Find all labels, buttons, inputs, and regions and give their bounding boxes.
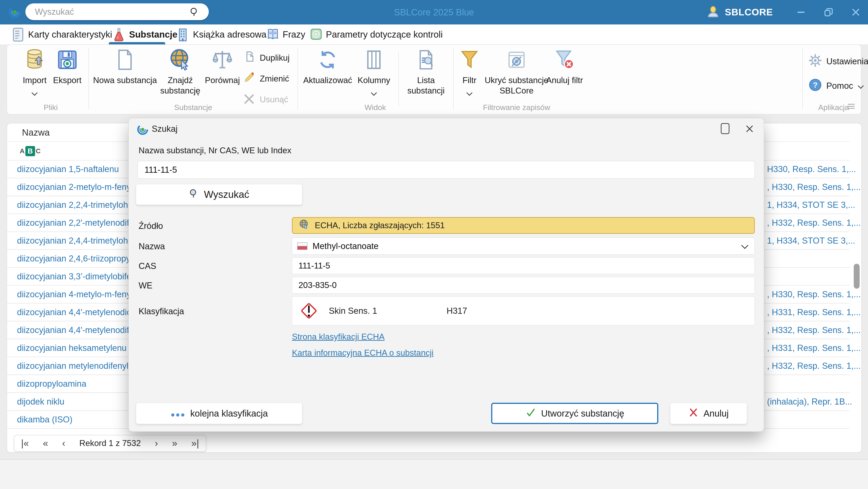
last-record-button[interactable]: »| xyxy=(191,438,199,448)
tab-ksiazka-adresowa[interactable]: Książka adresowa xyxy=(177,25,267,44)
search-icon xyxy=(189,188,199,201)
search-icon[interactable] xyxy=(189,7,199,18)
chevron-down-icon xyxy=(31,88,38,98)
anuluj-button[interactable]: Anuluj xyxy=(670,403,747,424)
substance-classification-tail: 1, H334, STOT SE 3,... xyxy=(767,236,855,246)
zrodlo-value: ECHA, Liczba zgłaszających: 1551 xyxy=(315,221,445,230)
account-name[interactable]: SBLCORE xyxy=(725,7,773,18)
gear-icon xyxy=(809,54,822,69)
aktualizowac-button[interactable]: Aktualizować xyxy=(303,48,352,86)
global-search-box[interactable] xyxy=(25,3,209,20)
substance-classification-tail: , H332, Resp. Sens. 1,... xyxy=(767,218,861,228)
substance-name: dijodek niklu xyxy=(17,397,64,406)
substance-classification-tail: , H330, Resp. Sens. 1,... xyxy=(767,290,861,299)
pomoc-button[interactable]: ? Pomoc xyxy=(809,78,864,94)
substance-name: diizocyjanian 2,2,4-trimetyloheks xyxy=(17,200,141,210)
cas-value: 111-11-5 xyxy=(299,261,330,270)
control-target-icon xyxy=(310,28,322,41)
close-button[interactable] xyxy=(844,0,867,25)
anuluj-label: Anuluj xyxy=(703,409,728,419)
vertical-scrollbar[interactable] xyxy=(853,144,860,447)
import-label: Import xyxy=(23,75,46,86)
kolumny-label: Kolumny xyxy=(358,75,390,86)
tab-frazy[interactable]: Frazy xyxy=(267,25,305,44)
ribbon: Import Eksport Pliki Nowa substancja Zna… xyxy=(6,44,862,115)
substance-name: diizocyjanian 2-metylo-m-fenyle xyxy=(17,182,137,192)
ustawienia-label: Ustawienia xyxy=(826,57,868,66)
first-record-button[interactable]: |« xyxy=(21,438,29,448)
lista-substancji-button[interactable]: Lista substancji xyxy=(400,48,452,96)
substance-name: diizocyjanian 3,3’-dimetylobifeny xyxy=(17,272,141,282)
scrollbar-thumb[interactable] xyxy=(854,264,860,289)
duplikuj-button[interactable]: Duplikuj xyxy=(243,50,290,65)
ribbon-separator xyxy=(89,47,89,109)
check-icon xyxy=(525,407,536,420)
kolejna-klasyfikacja-button[interactable]: kolejna klasyfikacja xyxy=(136,403,302,424)
nazwa-select[interactable]: Methyl-octanoate xyxy=(292,237,755,255)
tab-label: Substancje xyxy=(129,29,177,40)
klasyfikacja-label: Klasyfikacja xyxy=(138,306,184,316)
aktualizowac-label: Aktualizować xyxy=(303,75,352,86)
hide-eye-icon xyxy=(506,48,527,71)
prev-record-button[interactable]: ‹ xyxy=(62,438,65,448)
group-label-pliki: Pliki xyxy=(44,103,58,112)
nazwa-value: Methyl-octanoate xyxy=(312,241,379,251)
substance-classification-tail: , H332, Resp. Sens. 1,... xyxy=(767,325,861,335)
global-search-input[interactable] xyxy=(34,5,180,18)
substance-name: diizocyjanian metylenodifenylu xyxy=(17,361,133,371)
search-value-input[interactable] xyxy=(144,163,745,176)
more-dots-icon xyxy=(170,409,185,419)
ribbon-tabbar: Karty charakterystyki Substancje Książka… xyxy=(0,25,868,44)
szukaj-dialog: Szukaj Nazwa substancji, Nr CAS, WE lub … xyxy=(128,118,764,432)
ustawienia-button[interactable]: Ustawienia xyxy=(809,54,868,69)
ribbon-separator xyxy=(453,47,454,109)
ghs07-exclamation-pictogram xyxy=(298,300,320,322)
restore-button[interactable] xyxy=(817,0,840,25)
zmienic-button[interactable]: Zmienić xyxy=(243,71,289,86)
eksport-button[interactable]: Eksport xyxy=(53,48,81,86)
next-record-button[interactable]: › xyxy=(155,438,158,448)
ribbon-separator xyxy=(298,47,298,109)
columns-icon xyxy=(365,48,382,71)
substance-classification-tail: (inhalacja), Repr. 1B... xyxy=(767,397,852,406)
chevron-down-icon xyxy=(371,88,377,98)
nowa-substancja-button[interactable]: Nowa substancja xyxy=(93,48,157,86)
echa-classification-link[interactable]: Strona klasyfikacji ECHA xyxy=(292,332,384,341)
cas-field[interactable]: 111-11-5 xyxy=(292,257,755,274)
dialog-maximize-button[interactable] xyxy=(721,123,730,134)
porownaj-button[interactable]: Porównaj xyxy=(205,48,240,86)
filter-funnel-icon xyxy=(460,48,479,71)
poland-flag-icon xyxy=(297,242,308,250)
import-button[interactable]: Import xyxy=(23,48,46,98)
user-avatar-icon[interactable] xyxy=(706,5,720,20)
fast-prev-button[interactable]: « xyxy=(43,438,48,448)
building-icon xyxy=(177,28,189,41)
we-field[interactable]: 203-835-0 xyxy=(292,277,755,294)
app-logo-icon xyxy=(8,5,21,20)
floppy-export-icon xyxy=(57,48,78,71)
utworzyc-substancje-button[interactable]: Utworzyć substancję xyxy=(491,403,658,424)
znajdz-substancje-button[interactable]: Znajdź substancję xyxy=(152,48,209,96)
klasyfikacja-field[interactable]: Skin Sens. 1 H317 xyxy=(292,296,755,325)
wyszukac-button[interactable]: Wyszukać xyxy=(136,184,302,205)
tab-substancje[interactable]: Substancje xyxy=(113,25,177,44)
lista-substancji-label: Lista substancji xyxy=(400,75,452,96)
dialog-close-button[interactable] xyxy=(744,124,755,135)
tab-karty-charakterystyki[interactable]: Karty charakterystyki xyxy=(12,25,112,44)
footer-strip xyxy=(0,460,868,489)
chevron-down-icon[interactable] xyxy=(741,241,749,251)
group-options-icon[interactable] xyxy=(848,103,855,110)
filtr-button[interactable]: Filtr xyxy=(460,48,479,98)
search-value-box[interactable] xyxy=(137,161,755,178)
anuluj-filtr-button[interactable]: Anuluj filtr xyxy=(542,48,587,86)
kolumny-button[interactable]: Kolumny xyxy=(358,48,390,98)
filtr-label: Filtr xyxy=(462,75,476,86)
zrodlo-field[interactable]: ECHA, Liczba zgłaszających: 1551 xyxy=(292,217,755,234)
tab-parametry-kontroli[interactable]: Parametry dotyczące kontroli xyxy=(310,25,443,44)
echa-infocard-link[interactable]: Karta informacyjna ECHA o substancji xyxy=(292,348,433,358)
group-label-widok: Widok xyxy=(365,103,386,112)
minimize-button[interactable] xyxy=(789,0,812,25)
substance-name: diizocyjanian 1,5-naftalenu xyxy=(17,164,119,174)
fast-next-button[interactable]: » xyxy=(172,438,177,448)
classification-hcode: H317 xyxy=(446,306,467,316)
